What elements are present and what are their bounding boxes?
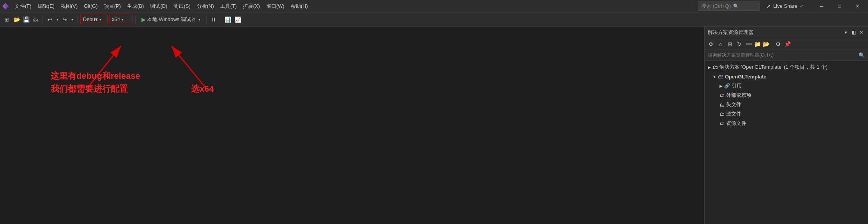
menu-extensions[interactable]: 扩展(X)	[240, 1, 263, 11]
menu-build[interactable]: 生成(B)	[124, 1, 147, 11]
menu-debug[interactable]: 调试(D)	[147, 1, 170, 11]
project-item[interactable]: ▼ 🗃 OpenGLTemplate	[705, 72, 868, 81]
source-label: 源文件	[726, 110, 741, 117]
panel-header: 解决方案资源管理器 ▾ ◧ ✕	[705, 27, 868, 38]
annotation-x64: 选x64	[191, 83, 214, 95]
save-btn[interactable]: 💾	[22, 15, 30, 24]
save-all-btn[interactable]: 🗂	[31, 15, 40, 24]
global-search-box[interactable]: 搜索 (Ctrl+Q) 🔍	[698, 2, 760, 11]
source-files-item[interactable]: 🗂 源文件	[705, 109, 868, 119]
search-panel-icon[interactable]: 🔍	[859, 52, 865, 58]
menu-edit[interactable]: 编辑(E)	[35, 1, 58, 11]
platform-label: x64	[112, 16, 120, 22]
folder-icon-btn[interactable]: 📁	[753, 40, 762, 48]
minimize-button[interactable]: ─	[813, 0, 831, 12]
auto-hide-icon[interactable]: ◧	[850, 29, 857, 36]
close-panel-icon[interactable]: ✕	[858, 29, 865, 36]
pt-sep1	[772, 41, 772, 48]
resource-label: 资源文件	[726, 120, 746, 127]
toolbar-undo-group: ↩ ▾ ↪ ▾	[46, 15, 74, 24]
run-button[interactable]: ▶ 本地 Windows 调试器 ▾	[138, 15, 203, 24]
sep4	[206, 16, 207, 23]
perf-btn[interactable]: 📈	[234, 15, 242, 24]
project-label: OpenGLTemplate	[725, 74, 766, 80]
undo-btn[interactable]: ↩	[46, 15, 54, 24]
menu-project[interactable]: 项目(P)	[101, 1, 124, 11]
open-btn[interactable]: 📂	[12, 15, 21, 24]
menu-help[interactable]: 帮助(H)	[288, 1, 311, 11]
pin2-btn[interactable]: 📌	[783, 40, 792, 48]
menu-git[interactable]: Git(G)	[81, 2, 101, 11]
close-button[interactable]: ✕	[849, 0, 866, 12]
header-icon: 🗂	[720, 102, 725, 108]
panel-toolbar: ⟳ ⌂ ⊞ ↻ ➖ 📁 📂 ⚙ 📌	[705, 38, 868, 50]
refresh-btn[interactable]: ↻	[735, 40, 744, 48]
live-share-label: Live Share	[773, 3, 797, 9]
header-files-item[interactable]: 🗂 头文件	[705, 100, 868, 109]
source-icon: 🗂	[720, 111, 725, 117]
collapse-btn[interactable]: ➖	[744, 40, 753, 48]
menu-analyze[interactable]: 分析(N)	[194, 1, 217, 11]
tree-view: ▶ 🗂 解决方案 'OpenGLTemplate' (1 个项目，共 1 个) …	[705, 61, 868, 224]
ref-label: 引用	[732, 82, 742, 89]
debug-config-dropdown[interactable]: Debu▾ ▾	[80, 15, 108, 24]
redo-btn[interactable]: ↪	[60, 15, 69, 24]
platform-dropdown[interactable]: x64 ▾	[109, 15, 133, 24]
redo-arrow[interactable]: ▾	[70, 15, 74, 24]
solution-icon: 🗂	[712, 64, 718, 70]
search-panel: 搜索解决方案资源管理器(Ctrl+;) 🔍	[705, 50, 868, 61]
sep2	[77, 16, 78, 23]
live-share-expand-icon: ⤢	[800, 4, 803, 9]
main-content: 这里有debug和release 我们都需要进行配置 选x64 解决方案资源管理…	[0, 27, 868, 224]
diagnostics-btn[interactable]: 📊	[224, 15, 232, 24]
panel-title: 解决方案资源管理器	[708, 29, 753, 36]
folder2-icon-btn[interactable]: 📂	[762, 40, 770, 48]
left-area: 这里有debug和release 我们都需要进行配置 选x64	[0, 27, 704, 224]
solution-chevron: ▶	[708, 65, 711, 69]
home-btn[interactable]: ⌂	[716, 40, 725, 48]
resource-icon: 🗂	[720, 121, 725, 126]
window-controls: ─ □ ✕	[813, 0, 866, 12]
menu-tools[interactable]: 工具(T)	[217, 1, 240, 11]
undo-arrow[interactable]: ▾	[55, 15, 60, 24]
project-icon: 🗃	[718, 73, 723, 80]
pin-icon[interactable]: ▾	[842, 29, 849, 36]
menu-window[interactable]: 窗口(W)	[263, 1, 288, 11]
search-icon: 🔍	[733, 4, 739, 9]
panel-header-icons: ▾ ◧ ✕	[842, 29, 865, 36]
sep3	[135, 16, 136, 23]
search-panel-placeholder: 搜索解决方案资源管理器(Ctrl+;)	[708, 52, 774, 59]
new-project-btn[interactable]: ⊞	[2, 15, 11, 24]
ext-deps-icon: 🗂	[720, 92, 725, 98]
toolbar-group2: ➖ 📁 📂	[744, 40, 770, 48]
project-chevron: ▼	[712, 75, 716, 79]
menu-file[interactable]: 文件(F)	[12, 1, 35, 11]
references-item[interactable]: ▶ 🔗 引用	[705, 81, 868, 91]
debug-pause-btn[interactable]: ⏸	[209, 15, 218, 24]
solution-root-item[interactable]: ▶ 🗂 解决方案 'OpenGLTemplate' (1 个项目，共 1 个)	[705, 62, 868, 72]
toolbar: ⊞ 📂 💾 🗂 ↩ ▾ ↪ ▾ Debu▾ ▾ x64 ▾ ▶ 本地 Windo…	[0, 12, 868, 27]
svg-line-1	[171, 46, 207, 89]
resource-files-item[interactable]: 🗂 资源文件	[705, 119, 868, 128]
live-share-button[interactable]: ↗ Live Share ⤢	[763, 3, 806, 9]
sync-btn[interactable]: ⟳	[707, 40, 716, 48]
ext-deps-item[interactable]: 🗂 外部依赖项	[705, 91, 868, 100]
app-logo	[2, 2, 9, 10]
solution-panel: 解决方案资源管理器 ▾ ◧ ✕ ⟳ ⌂ ⊞ ↻ ➖ 📁 📂 ⚙ 📌 搜索解决方案	[704, 27, 868, 224]
play-icon: ▶	[141, 16, 146, 23]
debug-config-label: Debu▾	[83, 16, 98, 22]
ref-chevron: ▶	[720, 84, 723, 88]
settings-btn[interactable]: ⚙	[774, 40, 782, 48]
annotation-text: 这里有debug和release 我们都需要进行配置	[51, 69, 140, 95]
maximize-button[interactable]: □	[831, 0, 849, 12]
menu-test[interactable]: 测试(S)	[170, 1, 193, 11]
header-label: 头文件	[726, 101, 741, 108]
run-label: 本地 Windows 调试器	[147, 16, 196, 23]
filter-btn[interactable]: ⊞	[726, 40, 734, 48]
solution-label: 解决方案 'OpenGLTemplate' (1 个项目，共 1 个)	[720, 64, 827, 71]
platform-arrow: ▾	[122, 18, 124, 21]
search-label: 搜索 (Ctrl+Q)	[701, 3, 731, 10]
menu-view[interactable]: 视图(V)	[58, 1, 81, 11]
menu-bar: 文件(F) 编辑(E) 视图(V) Git(G) 项目(P) 生成(B) 调试(…	[0, 0, 868, 12]
sep1	[42, 16, 43, 23]
